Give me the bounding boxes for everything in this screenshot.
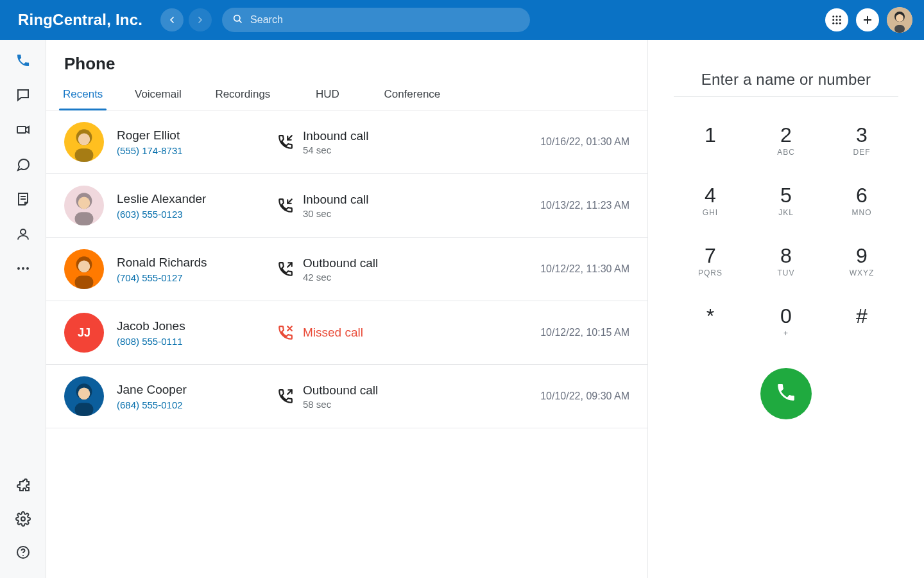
tab-recordings[interactable]: Recordings [200,80,285,110]
dial-digit: 5 [780,185,792,206]
dialpad-launcher-button[interactable] [825,8,848,31]
call-timestamp: 10/13/22, 11:23 AM [501,200,629,211]
svg-line-1 [239,21,241,22]
call-row[interactable]: Ronald Richards (704) 555-0127 Outbound … [46,238,647,301]
in-call-icon [277,134,294,150]
dial-digit: 2 [780,125,792,145]
dial-key-7[interactable]: 7 PQRS [681,233,739,290]
global-search[interactable] [222,8,530,32]
svg-point-9 [836,22,838,24]
dial-key-9[interactable]: 9 WXYZ [833,233,891,290]
dial-key-5[interactable]: 5 JKL [757,173,815,229]
call-row[interactable]: Roger Elliot (555) 174-8731 Inbound call… [46,110,647,174]
dial-key-*[interactable]: * [681,293,739,350]
dial-letters: PQRS [698,268,723,277]
dial-key-3[interactable]: 3 DEF [833,112,891,169]
search-input[interactable] [249,13,520,26]
svg-rect-32 [75,212,94,225]
dial-input[interactable]: Enter a name or number [674,63,898,97]
dial-digit: 9 [856,245,868,266]
svg-point-23 [26,267,29,270]
contact-phone: (684) 555-0102 [117,399,277,410]
tab-conference[interactable]: Conference [370,80,454,110]
dial-letters: + [783,329,789,338]
dial-digit: 0 [780,306,792,326]
puzzle-icon [15,478,31,496]
call-timestamp: 10/10/22, 09:30 AM [501,390,629,402]
contact-name: Roger Elliot [117,128,277,143]
tab-hud[interactable]: HUD [285,80,370,110]
dial-key-8[interactable]: 8 TUV [757,233,815,290]
svg-point-39 [78,388,90,400]
tab-voicemail[interactable]: Voicemail [116,80,200,110]
call-row[interactable]: JJ Jacob Jones (808) 555-0111 Missed cal… [46,301,647,365]
svg-point-26 [22,555,24,556]
svg-point-8 [832,22,834,24]
call-type: Outbound call [303,383,378,398]
sidebar-item-contacts[interactable] [14,226,32,244]
contact-avatar: JJ [64,313,104,353]
out-call-icon [277,261,294,277]
svg-rect-40 [75,403,94,416]
call-timestamp: 10/16/22, 01:30 AM [501,136,629,148]
call-duration: 42 sec [303,272,378,283]
svg-rect-17 [17,127,26,133]
svg-point-28 [78,134,90,146]
contact-avatar [64,186,104,225]
dial-key-#[interactable]: # [833,293,891,350]
dial-digit: 4 [705,185,716,206]
contact-name: Jane Cooper [117,383,277,397]
sidebar-item-apps[interactable] [14,478,32,496]
dial-letters: TUV [778,268,795,277]
call-row[interactable]: Jane Cooper (684) 555-0102 Outbound call… [46,365,647,428]
call-type: Outbound call [303,256,378,270]
dial-digit: * [706,306,714,326]
contact-name: Ronald Richards [117,256,277,270]
sidebar-item-more[interactable] [14,261,32,279]
contact-name: Jacob Jones [117,319,277,333]
svg-rect-29 [75,148,94,162]
contact-avatar [64,122,104,162]
sidebar-item-settings[interactable] [14,511,32,529]
tab-recents[interactable]: Recents [50,80,116,110]
add-button[interactable] [856,8,879,31]
profile-avatar[interactable] [887,7,912,33]
call-row[interactable]: Leslie Alexander (603) 555-0123 Inbound … [46,174,647,238]
contact-phone: (808) 555-0111 [117,336,277,347]
phone-icon [775,381,797,406]
dial-letters: MNO [852,208,872,217]
svg-point-2 [832,15,834,17]
contact-phone: (555) 174-8731 [117,145,277,156]
sidebar-item-chat[interactable] [14,157,32,175]
sidebar-item-text[interactable] [14,87,32,105]
dial-letters: DEF [853,148,871,157]
sidebar-item-video[interactable] [14,122,32,140]
dial-digit: 6 [856,185,868,206]
dial-call-button[interactable] [760,368,812,419]
sidebar-item-phone[interactable] [14,53,32,71]
contact-phone: (603) 555-0123 [117,209,277,220]
dial-key-1[interactable]: 1 [681,112,739,169]
call-type: Inbound call [303,193,368,207]
nav-back-button[interactable] [160,8,184,31]
dial-key-0[interactable]: 0 + [757,293,815,350]
sidebar-item-help[interactable] [14,545,32,563]
dial-letters: ABC [777,148,795,157]
sidebar-item-tasks[interactable] [14,191,32,209]
svg-point-4 [839,15,841,17]
contact-name: Leslie Alexander [117,192,277,206]
dial-digit: 8 [780,245,792,266]
dial-letters: GHI [703,208,718,217]
dial-key-6[interactable]: 6 MNO [833,173,891,229]
help-icon [15,545,31,563]
note-icon [15,191,31,209]
phone-tabs: RecentsVoicemailRecordingsHUDConference [46,80,647,110]
contact-avatar [64,376,104,416]
page-title: Phone [46,40,647,80]
call-list: Roger Elliot (555) 174-8731 Inbound call… [46,110,647,428]
dial-key-2[interactable]: 2 ABC [757,112,815,169]
nav-forward-button[interactable] [189,8,212,31]
dial-key-4[interactable]: 4 GHI [681,173,739,229]
phone-icon [15,53,31,71]
gear-icon [15,511,31,529]
